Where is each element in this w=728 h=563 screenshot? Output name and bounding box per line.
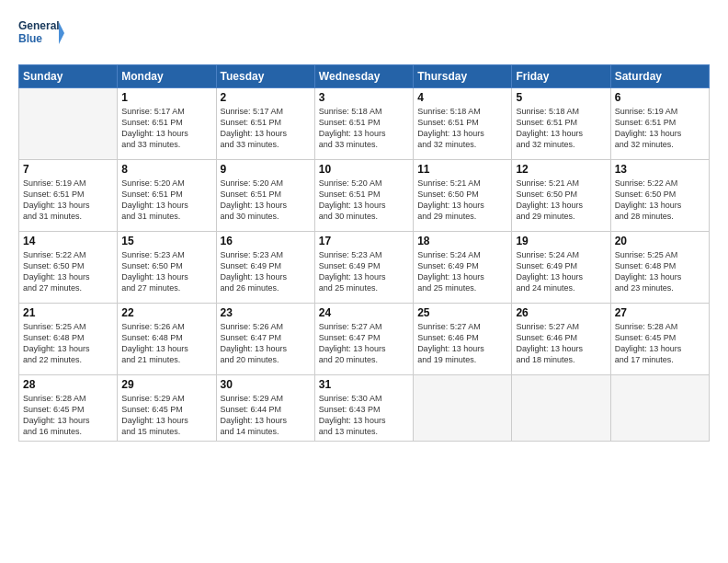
calendar-cell-5-1: 28Sunrise: 5:28 AMSunset: 6:45 PMDayligh… (19, 375, 118, 442)
calendar-cell-1-7: 6Sunrise: 5:19 AMSunset: 6:51 PMDaylight… (610, 88, 709, 160)
calendar-header-thursday: Thursday (414, 65, 512, 88)
calendar-cell-1-3: 2Sunrise: 5:17 AMSunset: 6:51 PMDaylight… (216, 88, 314, 160)
day-number: 12 (516, 163, 606, 176)
day-info: Sunrise: 5:17 AMSunset: 6:51 PMDaylight:… (121, 106, 211, 151)
page: General Blue SundayMondayTuesdayWednesda… (0, 0, 728, 451)
day-info: Sunrise: 5:23 AMSunset: 6:49 PMDaylight:… (319, 249, 409, 294)
day-info: Sunrise: 5:23 AMSunset: 6:49 PMDaylight:… (221, 249, 311, 294)
day-info: Sunrise: 5:21 AMSunset: 6:50 PMDaylight:… (516, 178, 606, 223)
svg-text:General: General (18, 19, 60, 32)
calendar-cell-5-6 (512, 375, 610, 442)
calendar-cell-3-4: 17Sunrise: 5:23 AMSunset: 6:49 PMDayligh… (314, 232, 413, 304)
day-number: 25 (417, 306, 507, 319)
day-info: Sunrise: 5:23 AMSunset: 6:50 PMDaylight:… (121, 249, 211, 294)
calendar-cell-4-7: 27Sunrise: 5:28 AMSunset: 6:45 PMDayligh… (610, 304, 709, 375)
calendar-table: SundayMondayTuesdayWednesdayThursdayFrid… (18, 64, 710, 442)
calendar-cell-1-5: 4Sunrise: 5:18 AMSunset: 6:51 PMDaylight… (414, 88, 512, 160)
day-number: 30 (221, 378, 311, 391)
calendar-cell-5-4: 31Sunrise: 5:30 AMSunset: 6:43 PMDayligh… (314, 375, 413, 442)
day-info: Sunrise: 5:29 AMSunset: 6:45 PMDaylight:… (121, 393, 211, 438)
day-number: 18 (417, 235, 507, 247)
calendar-cell-5-7 (610, 375, 709, 442)
week-row-4: 21Sunrise: 5:25 AMSunset: 6:48 PMDayligh… (19, 304, 710, 375)
day-number: 1 (121, 91, 211, 104)
day-number: 6 (615, 91, 705, 104)
day-number: 5 (516, 91, 606, 104)
day-number: 24 (319, 306, 409, 319)
day-number: 20 (615, 235, 705, 247)
day-info: Sunrise: 5:19 AMSunset: 6:51 PMDaylight:… (23, 178, 113, 223)
logo: General Blue (18, 15, 64, 55)
calendar-cell-2-3: 9Sunrise: 5:20 AMSunset: 6:51 PMDaylight… (216, 160, 314, 232)
day-info: Sunrise: 5:28 AMSunset: 6:45 PMDaylight:… (23, 393, 113, 438)
calendar-header-friday: Friday (512, 65, 610, 88)
day-info: Sunrise: 5:27 AMSunset: 6:47 PMDaylight:… (319, 321, 409, 366)
calendar-header-monday: Monday (118, 65, 216, 88)
day-info: Sunrise: 5:20 AMSunset: 6:51 PMDaylight:… (121, 178, 211, 223)
calendar-cell-3-5: 18Sunrise: 5:24 AMSunset: 6:49 PMDayligh… (414, 232, 512, 304)
day-info: Sunrise: 5:17 AMSunset: 6:51 PMDaylight:… (221, 106, 311, 151)
calendar-cell-5-5 (414, 375, 512, 442)
calendar-cell-3-2: 15Sunrise: 5:23 AMSunset: 6:50 PMDayligh… (118, 232, 216, 304)
day-number: 7 (23, 163, 113, 176)
day-info: Sunrise: 5:24 AMSunset: 6:49 PMDaylight:… (417, 249, 507, 294)
calendar-cell-4-3: 23Sunrise: 5:26 AMSunset: 6:47 PMDayligh… (216, 304, 314, 375)
day-info: Sunrise: 5:27 AMSunset: 6:46 PMDaylight:… (417, 321, 507, 366)
week-row-3: 14Sunrise: 5:22 AMSunset: 6:50 PMDayligh… (19, 232, 710, 304)
day-number: 2 (221, 91, 311, 104)
calendar-cell-2-1: 7Sunrise: 5:19 AMSunset: 6:51 PMDaylight… (19, 160, 118, 232)
day-number: 31 (319, 378, 409, 391)
day-info: Sunrise: 5:19 AMSunset: 6:51 PMDaylight:… (615, 106, 705, 151)
week-row-5: 28Sunrise: 5:28 AMSunset: 6:45 PMDayligh… (19, 375, 710, 442)
day-info: Sunrise: 5:18 AMSunset: 6:51 PMDaylight:… (516, 106, 606, 151)
calendar-cell-4-2: 22Sunrise: 5:26 AMSunset: 6:48 PMDayligh… (118, 304, 216, 375)
day-number: 19 (516, 235, 606, 247)
calendar-cell-2-6: 12Sunrise: 5:21 AMSunset: 6:50 PMDayligh… (512, 160, 610, 232)
day-info: Sunrise: 5:25 AMSunset: 6:48 PMDaylight:… (615, 249, 705, 294)
day-info: Sunrise: 5:26 AMSunset: 6:47 PMDaylight:… (221, 321, 311, 366)
day-info: Sunrise: 5:20 AMSunset: 6:51 PMDaylight:… (319, 178, 409, 223)
calendar-header-wednesday: Wednesday (314, 65, 413, 88)
calendar-cell-4-1: 21Sunrise: 5:25 AMSunset: 6:48 PMDayligh… (19, 304, 118, 375)
calendar-cell-4-4: 24Sunrise: 5:27 AMSunset: 6:47 PMDayligh… (314, 304, 413, 375)
day-number: 27 (615, 306, 705, 319)
calendar-cell-3-7: 20Sunrise: 5:25 AMSunset: 6:48 PMDayligh… (610, 232, 709, 304)
day-info: Sunrise: 5:26 AMSunset: 6:48 PMDaylight:… (121, 321, 211, 366)
calendar-cell-3-3: 16Sunrise: 5:23 AMSunset: 6:49 PMDayligh… (216, 232, 314, 304)
calendar-cell-3-1: 14Sunrise: 5:22 AMSunset: 6:50 PMDayligh… (19, 232, 118, 304)
day-info: Sunrise: 5:22 AMSunset: 6:50 PMDaylight:… (23, 249, 113, 294)
logo-svg: General Blue (18, 15, 64, 55)
calendar-cell-3-6: 19Sunrise: 5:24 AMSunset: 6:49 PMDayligh… (512, 232, 610, 304)
week-row-1: 1Sunrise: 5:17 AMSunset: 6:51 PMDaylight… (19, 88, 710, 160)
calendar-cell-1-2: 1Sunrise: 5:17 AMSunset: 6:51 PMDaylight… (118, 88, 216, 160)
calendar-cell-2-5: 11Sunrise: 5:21 AMSunset: 6:50 PMDayligh… (414, 160, 512, 232)
svg-marker-2 (59, 22, 64, 44)
calendar-cell-5-2: 29Sunrise: 5:29 AMSunset: 6:45 PMDayligh… (118, 375, 216, 442)
calendar-cell-1-1 (19, 88, 118, 160)
day-number: 22 (121, 306, 211, 319)
calendar-cell-2-4: 10Sunrise: 5:20 AMSunset: 6:51 PMDayligh… (314, 160, 413, 232)
calendar-cell-4-5: 25Sunrise: 5:27 AMSunset: 6:46 PMDayligh… (414, 304, 512, 375)
calendar-header-row: SundayMondayTuesdayWednesdayThursdayFrid… (19, 65, 710, 88)
day-number: 14 (23, 235, 113, 247)
day-number: 16 (221, 235, 311, 247)
day-number: 4 (417, 91, 507, 104)
calendar-cell-1-6: 5Sunrise: 5:18 AMSunset: 6:51 PMDaylight… (512, 88, 610, 160)
svg-text:Blue: Blue (18, 32, 42, 45)
day-info: Sunrise: 5:25 AMSunset: 6:48 PMDaylight:… (23, 321, 113, 366)
day-info: Sunrise: 5:18 AMSunset: 6:51 PMDaylight:… (417, 106, 507, 151)
day-info: Sunrise: 5:29 AMSunset: 6:44 PMDaylight:… (221, 393, 311, 438)
day-info: Sunrise: 5:18 AMSunset: 6:51 PMDaylight:… (319, 106, 409, 151)
day-number: 9 (221, 163, 311, 176)
day-info: Sunrise: 5:21 AMSunset: 6:50 PMDaylight:… (417, 178, 507, 223)
day-number: 11 (417, 163, 507, 176)
day-info: Sunrise: 5:28 AMSunset: 6:45 PMDaylight:… (615, 321, 705, 366)
day-number: 17 (319, 235, 409, 247)
day-number: 26 (516, 306, 606, 319)
header: General Blue (18, 15, 710, 55)
day-info: Sunrise: 5:30 AMSunset: 6:43 PMDaylight:… (319, 393, 409, 438)
calendar-cell-4-6: 26Sunrise: 5:27 AMSunset: 6:46 PMDayligh… (512, 304, 610, 375)
day-number: 23 (221, 306, 311, 319)
week-row-2: 7Sunrise: 5:19 AMSunset: 6:51 PMDaylight… (19, 160, 710, 232)
day-info: Sunrise: 5:27 AMSunset: 6:46 PMDaylight:… (516, 321, 606, 366)
